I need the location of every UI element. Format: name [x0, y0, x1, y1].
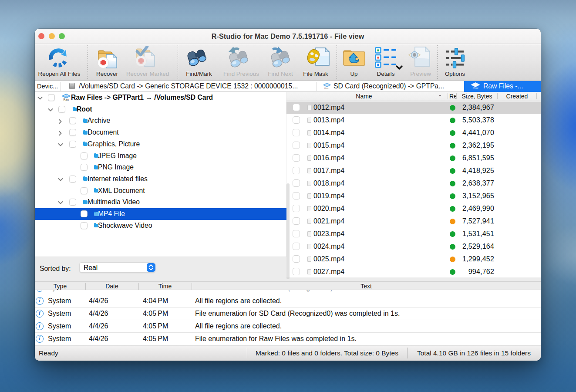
svg-text:Rec.: Rec. [324, 87, 330, 90]
svg-text:Raw: Raw [63, 98, 69, 101]
svg-text:Raw: Raw [472, 87, 478, 90]
